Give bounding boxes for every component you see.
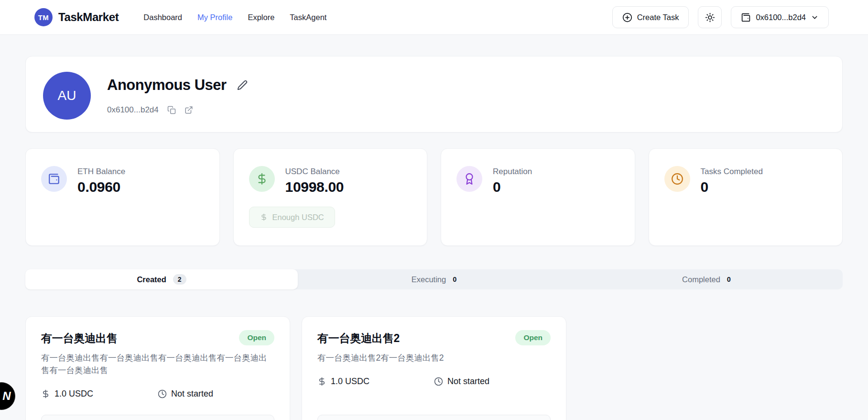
wallet-button[interactable]: 0x6100...b2d4 [731, 6, 829, 28]
tab-created[interactable]: Created 2 [25, 269, 298, 289]
avatar: AU [43, 72, 91, 120]
nav-link-dashboard[interactable]: Dashboard [143, 13, 182, 22]
logo-icon: TM [34, 8, 53, 26]
brand-name: TaskMarket [58, 11, 119, 24]
create-task-label: Create Task [637, 13, 679, 22]
nav-link-taskagent[interactable]: TaskAgent [290, 13, 326, 22]
task-description: 有一台奥迪出售2有一台奥迪出售2 [317, 352, 551, 364]
wallet-address-text: 0x6100...b2d4 [107, 105, 159, 115]
tab-count-badge: 2 [173, 274, 186, 285]
nextjs-dev-badge[interactable]: N [0, 382, 15, 410]
sun-icon [705, 12, 715, 22]
stat-card-tasks-completed: Tasks Completed 0 [649, 148, 843, 246]
stat-card-eth-balance: ETH Balance 0.0960 [25, 148, 220, 246]
task-time-status: Not started [158, 389, 274, 399]
stat-label: USDC Balance [285, 166, 344, 177]
stat-label: Tasks Completed [701, 166, 763, 177]
enough-usdc-chip: Enough USDC [249, 207, 335, 228]
stat-value: 0 [493, 179, 532, 195]
task-reward-label: 1.0 USDC [54, 389, 93, 399]
external-link-icon [184, 106, 193, 114]
top-navbar: TM TaskMarket Dashboard My Profile Explo… [0, 0, 868, 35]
stat-card-usdc-balance: USDC Balance 10998.00 Enough USDC [233, 148, 428, 246]
clock-icon [664, 166, 690, 192]
plus-circle-icon [622, 12, 632, 22]
award-icon [456, 166, 482, 192]
task-tabs: Created 2 Executing 0 Completed 0 [25, 269, 843, 289]
stat-value: 0 [701, 179, 763, 195]
nav-links: Dashboard My Profile Explore TaskAgent [143, 13, 326, 22]
dollar-icon [317, 377, 326, 386]
tab-executing[interactable]: Executing 0 [298, 269, 570, 289]
task-title: 有一台奥迪出售2 [317, 331, 400, 346]
create-task-button[interactable]: Create Task [612, 6, 689, 28]
clock-icon [434, 377, 443, 386]
chip-label: Enough USDC [272, 213, 324, 222]
copy-icon [167, 106, 176, 114]
tab-label: Executing [412, 275, 446, 284]
task-time-status: Not started [434, 376, 551, 387]
task-title: 有一台奥迪出售 [41, 331, 118, 346]
task-reward: 1.0 USDC [41, 389, 158, 399]
task-time-label: Not started [447, 376, 489, 387]
status-badge: Open [239, 330, 274, 345]
status-badge: Open [515, 330, 551, 345]
tab-completed[interactable]: Completed 0 [570, 269, 843, 289]
stat-label: ETH Balance [77, 166, 125, 177]
stat-value: 0.0960 [77, 179, 125, 195]
stats-row: ETH Balance 0.0960 USDC Balance 10998.00 [25, 148, 843, 246]
pencil-icon [237, 80, 248, 90]
nav-link-my-profile[interactable]: My Profile [197, 13, 232, 22]
nav-link-explore[interactable]: Explore [248, 13, 274, 22]
task-card[interactable]: 有一台奥迪出售2 Open 有一台奥迪出售2有一台奥迪出售2 1.0 USDC … [302, 316, 566, 420]
task-reward: 1.0 USDC [317, 376, 434, 387]
brand[interactable]: TM TaskMarket [34, 8, 119, 26]
edit-name-button[interactable] [237, 80, 248, 90]
task-card[interactable]: 有一台奥迪出售 Open 有一台奥迪出售有一台奥迪出售有一台奥迪出售有一台奥迪出… [25, 316, 290, 420]
dollar-icon [41, 389, 50, 398]
copy-address-button[interactable] [167, 106, 176, 114]
task-description: 有一台奥迪出售有一台奥迪出售有一台奥迪出售有一台奥迪出售有一台奥迪出售 [41, 352, 274, 376]
task-reward-label: 1.0 USDC [331, 376, 369, 387]
task-list: 有一台奥迪出售 Open 有一台奥迪出售有一台奥迪出售有一台奥迪出售有一台奥迪出… [25, 316, 843, 420]
stat-card-reputation: Reputation 0 [441, 148, 635, 246]
clock-icon [158, 389, 167, 398]
wallet-address-label: 0x6100...b2d4 [756, 13, 806, 22]
navbar-actions: Create Task 0x6100...b2d4 [612, 6, 829, 28]
profile-info: Anonymous User 0x6100...b2d4 [107, 72, 248, 117]
profile-name: Anonymous User [107, 77, 227, 94]
stat-label: Reputation [493, 166, 532, 177]
view-on-explorer-button[interactable] [184, 106, 193, 114]
task-card-action-button[interactable] [317, 415, 551, 420]
wallet-icon [741, 12, 751, 22]
task-time-label: Not started [171, 389, 213, 399]
profile-card: AU Anonymous User 0x6100...b2d4 [25, 56, 843, 133]
tab-label: Created [137, 275, 166, 284]
task-card-action-button[interactable] [41, 415, 274, 420]
tab-count-badge: 0 [727, 276, 731, 283]
empty-grid-cell [578, 316, 843, 420]
theme-toggle-button[interactable] [698, 6, 722, 28]
tab-count-badge: 0 [453, 276, 456, 283]
stat-value: 10998.00 [285, 179, 344, 195]
chevron-down-icon [811, 13, 819, 22]
main-content: AU Anonymous User 0x6100...b2d4 [25, 56, 843, 420]
wallet-icon [41, 166, 67, 192]
dollar-icon [249, 166, 275, 192]
tab-label: Completed [682, 275, 720, 284]
dollar-icon [260, 213, 268, 221]
